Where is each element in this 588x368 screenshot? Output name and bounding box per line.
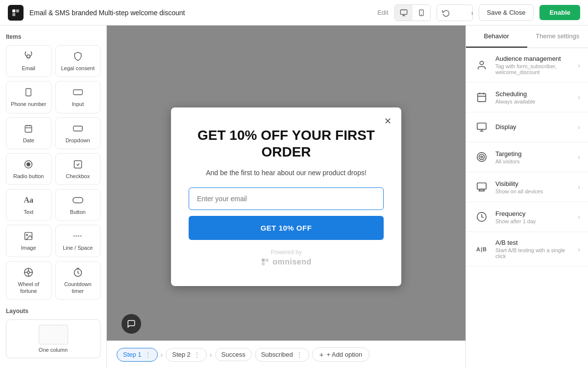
item-image[interactable]: Image <box>6 225 51 257</box>
panel-display[interactable]: Display › <box>466 112 588 142</box>
ab-test-label: A/B test <box>495 239 572 246</box>
targeting-chevron-icon: › <box>578 153 580 161</box>
subscribed-menu-icon[interactable]: ⋮ <box>296 351 303 359</box>
scheduling-text: Scheduling Always available <box>495 90 572 105</box>
topbar: Email & SMS branded Multi-step welcome d… <box>0 0 588 26</box>
item-checkbox[interactable]: Checkbox <box>55 153 101 185</box>
item-button[interactable]: Button <box>55 189 101 221</box>
svg-rect-1 <box>16 9 19 12</box>
svg-rect-46 <box>477 183 486 189</box>
layouts-section-title: Layouts <box>6 308 100 315</box>
svg-point-44 <box>479 155 485 160</box>
item-email[interactable]: Email <box>6 45 51 77</box>
subscribed-pill[interactable]: Subscribed ⋮ <box>255 348 309 362</box>
frequency-text: Frequency Show after 1 day <box>495 210 572 224</box>
audience-text: Audience management Tag with form_subscr… <box>495 55 572 75</box>
item-date[interactable]: Date <box>6 117 51 149</box>
item-text[interactable]: Aa Text <box>6 189 51 221</box>
text-icon: Aa <box>24 194 33 206</box>
item-phone-number[interactable]: Phone number <box>6 81 51 113</box>
step-1-pill[interactable]: Step 1 ⋮ <box>117 348 158 362</box>
item-dropdown[interactable]: Dropdown <box>55 117 101 149</box>
email-input[interactable] <box>189 187 384 210</box>
main-layout: Items Email Legal consent Phone number <box>0 26 588 368</box>
step-arrow-2: › <box>210 351 212 359</box>
svg-rect-12 <box>25 126 32 132</box>
svg-rect-2 <box>12 13 15 16</box>
svg-rect-21 <box>25 233 32 240</box>
panel-audience[interactable]: Audience management Tag with form_subscr… <box>466 48 588 82</box>
item-input[interactable]: Input <box>55 81 101 113</box>
success-pill[interactable]: Success <box>215 348 252 361</box>
save-close-button[interactable]: Save & Close <box>479 4 534 21</box>
svg-rect-36 <box>478 94 486 102</box>
panel-scheduling[interactable]: Scheduling Always available › <box>466 82 588 112</box>
svg-point-22 <box>26 235 27 236</box>
panel-visibility[interactable]: Visibility Show on all devices › <box>466 172 588 202</box>
popup-modal: ✕ GET 10% OFF YOUR FIRST ORDER And be th… <box>171 107 401 286</box>
svg-rect-20 <box>73 198 83 203</box>
item-radio[interactable]: Radio button <box>6 153 51 185</box>
svg-point-35 <box>480 61 483 64</box>
step-2-label: Step 2 <box>172 351 191 358</box>
ab-test-icon: A|B <box>474 241 490 257</box>
layout-one-column-label: One column <box>39 347 68 353</box>
svg-rect-19 <box>74 160 81 168</box>
item-dropdown-label: Dropdown <box>66 137 90 144</box>
mobile-view-button[interactable] <box>413 5 430 21</box>
edit-label[interactable]: Edit <box>377 9 388 16</box>
canvas-area: ✕ GET 10% OFF YOUR FIRST ORDER And be th… <box>107 26 466 368</box>
tab-behavior[interactable]: Behavior <box>466 26 527 48</box>
undo-button[interactable] <box>437 5 455 21</box>
svg-rect-33 <box>266 259 269 262</box>
item-legal-consent-label: Legal consent <box>61 65 95 72</box>
enable-button[interactable]: Enable <box>539 5 580 20</box>
app-logo <box>8 5 24 21</box>
add-option-button[interactable]: + + Add option <box>312 347 369 362</box>
item-line-space[interactable]: Line / Space <box>55 225 101 257</box>
audience-sublabel: Tag with form_subscriber, welcome_discou… <box>495 63 572 75</box>
powered-by-text: Powered by <box>270 249 301 256</box>
step-2-menu-icon[interactable]: ⋮ <box>194 351 200 359</box>
visibility-chevron-icon: › <box>578 183 580 191</box>
panel-ab-test[interactable]: A|B A/B test Start A/B testing with a si… <box>466 232 588 266</box>
item-countdown[interactable]: Countdown timer <box>55 261 101 300</box>
tab-theme[interactable]: Theme settings <box>527 26 588 48</box>
step-bar: Step 1 ⋮ › Step 2 ⋮ › Success Subscribed… <box>107 341 466 368</box>
item-legal-consent[interactable]: Legal consent <box>55 45 101 77</box>
frequency-chevron-icon: › <box>578 213 580 221</box>
left-sidebar: Items Email Legal consent Phone number <box>0 26 107 368</box>
redo-button[interactable] <box>455 5 472 21</box>
scheduling-chevron-icon: › <box>578 93 580 101</box>
countdown-icon <box>73 266 83 278</box>
scheduling-label: Scheduling <box>495 90 572 98</box>
svg-rect-40 <box>477 123 486 130</box>
cta-button[interactable]: GET 10% OFF <box>189 216 384 240</box>
ab-test-sublabel: Start A/B testing with a single click <box>495 247 572 259</box>
svg-rect-0 <box>12 9 15 12</box>
visibility-text: Visibility Show on all devices <box>495 180 572 194</box>
panel-frequency[interactable]: Frequency Show after 1 day › <box>466 202 588 232</box>
popup-close-button[interactable]: ✕ <box>381 114 394 128</box>
desktop-view-button[interactable] <box>395 5 413 21</box>
panel-targeting[interactable]: Targeting All visitors › <box>466 142 588 172</box>
svg-rect-11 <box>73 90 82 95</box>
audience-icon <box>474 57 490 73</box>
date-icon <box>24 123 33 134</box>
svg-point-43 <box>477 153 486 161</box>
step-arrow-1: › <box>161 351 163 359</box>
svg-rect-9 <box>26 89 31 96</box>
layout-one-column[interactable]: One column <box>6 319 100 358</box>
visibility-icon <box>474 179 490 195</box>
chat-fab[interactable] <box>122 314 141 334</box>
line-space-icon <box>73 230 83 242</box>
item-wheel[interactable]: Wheel of fortune <box>6 261 51 300</box>
add-option-plus: + <box>319 350 324 359</box>
brand-logo: omnisend <box>261 258 312 266</box>
legal-consent-icon <box>73 51 83 62</box>
button-icon <box>73 194 83 206</box>
right-panel-tabs: Behavior Theme settings <box>466 26 588 48</box>
subscribed-label: Subscribed <box>261 351 293 358</box>
step-1-menu-icon[interactable]: ⋮ <box>145 351 151 359</box>
step-2-pill[interactable]: Step 2 ⋮ <box>166 348 207 362</box>
